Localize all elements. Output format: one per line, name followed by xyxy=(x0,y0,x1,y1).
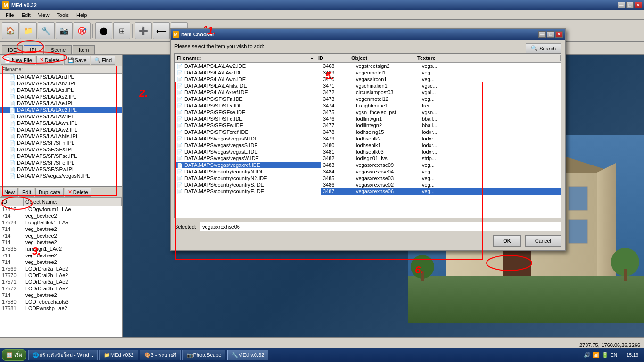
dialog-file-icon: 📄 xyxy=(177,123,182,128)
dialog-file-icon: 📄 xyxy=(177,149,182,155)
taskbar-item-2[interactable]: 🎨 3 - ระบายสี xyxy=(140,350,181,360)
selected-input[interactable] xyxy=(200,222,561,231)
selected-row: Selected: xyxy=(174,222,561,231)
dialog-file-icon: 📄 xyxy=(177,64,182,69)
modal-overlay: M Item Chooser — □ ✕ Please select the i… xyxy=(0,0,644,362)
dialog-file-item[interactable]: 📄DATA\MAPS\country\countryE.IDE xyxy=(175,188,321,195)
dialog-file-icon: 📄 xyxy=(177,70,182,75)
dialog-item-row[interactable]: 3481lodhseblk03lodxr... xyxy=(321,148,561,155)
dialog-file-icon: 📄 xyxy=(177,156,182,161)
taskbar-item-3[interactable]: 📷 PhotoScape xyxy=(182,350,226,360)
dialog-file-item[interactable]: 📄DATA\MAPS\vegas\vegasW.IDE xyxy=(175,155,321,162)
dialog-maximize[interactable]: □ xyxy=(547,31,554,38)
dialog-file-icon: 📄 xyxy=(177,77,182,82)
dialog-item-row[interactable]: 3484vegasxrexhse04veg... xyxy=(321,168,561,175)
dialog-item-row[interactable]: 3486vegasxrexhse02veg... xyxy=(321,181,561,188)
dialog-file-icon: 📄 xyxy=(177,90,182,95)
dialog-file-icon: 📄 xyxy=(177,130,182,135)
sort-arrow: ▲ xyxy=(310,56,314,60)
dialog-list-body: 📄DATA\MAPS\LA\LAw2.IDE📄DATA\MAPS\LA\LAw.… xyxy=(175,63,561,218)
dialog-file-item[interactable]: 📄DATA\MAPS\LA\LAxref.IDE xyxy=(175,89,321,96)
dialog-list-header: Filename: ▲ ID Object Texture xyxy=(175,54,561,63)
taskbar-item-0[interactable]: 🌐 สร้างหัวข้อใหม่ - Wind... xyxy=(28,350,98,360)
dialog-file-icon: 📄 xyxy=(177,143,182,148)
dialog-file-icon: 📄 xyxy=(177,163,182,168)
dialog-item-row[interactable]: 3482lodlsgn01_lvsstrip... xyxy=(321,155,561,162)
dialog-file-icon: 📄 xyxy=(177,97,182,102)
dialog-item-row[interactable]: 3468vegstreetsign2vegs... xyxy=(321,63,561,69)
dialog-prompt: Please select the item you wish to add: xyxy=(174,43,264,49)
col-filename: Filename: ▲ xyxy=(175,55,316,61)
dialog-item-row[interactable]: 3475vgsn_fncelec_pstvgsn... xyxy=(321,109,561,115)
cancel-button[interactable]: Cancel xyxy=(525,235,561,247)
dialog-file-icon: 📄 xyxy=(177,83,182,89)
dialog-item-row[interactable]: 3473vegenmotel12veg... xyxy=(321,96,561,102)
dialog-item-row[interactable]: 3478lodhseing15lodxr... xyxy=(321,129,561,135)
item-chooser-dialog: M Item Chooser — □ ✕ Please select the i… xyxy=(170,28,566,251)
dialog-minimize[interactable]: — xyxy=(538,31,546,38)
dialog-item-row[interactable]: 3483vegasxrexhse09veg... xyxy=(321,162,561,168)
dialog-title-bar: M Item Chooser — □ ✕ xyxy=(171,29,565,40)
dialog-file-icon: 📄 xyxy=(177,182,182,188)
taskbar-item-1[interactable]: 📁 MEd v032 xyxy=(99,350,138,360)
dialog-close[interactable]: ✕ xyxy=(555,31,563,38)
dialog-item-row[interactable]: 3471vgschinalion1vgsc... xyxy=(321,82,561,89)
dialog-item-row[interactable]: 3485vegasxrexhse03veg... xyxy=(321,175,561,181)
ok-button[interactable]: OK xyxy=(493,235,521,247)
dialog-file-item[interactable]: 📄DATA\MAPS\vegas\vegaxref.IDE xyxy=(175,162,321,168)
tray-icon-2: 📶 xyxy=(593,352,600,358)
dialog-item-row[interactable]: 3470vegasaircon1veg... xyxy=(321,76,561,82)
dialog-file-icon: 📄 xyxy=(177,116,182,122)
col-object: Object xyxy=(349,55,415,61)
dialog-file-item[interactable]: 📄DATA\MAPS\country\countryN2.IDE xyxy=(175,175,321,181)
taskbar-time: 15:16 xyxy=(623,353,642,358)
selected-label: Selected: xyxy=(174,224,196,230)
dialog-item-row[interactable]: 3474Freightcrane1frei... xyxy=(321,102,561,109)
dialog-file-icon: 📄 xyxy=(177,136,182,141)
tray-icon-3: 🔋 xyxy=(602,352,609,358)
dialog-file-item[interactable]: 📄DATA\MAPS\vegas\vegasN.IDE xyxy=(175,135,321,142)
dialog-file-item[interactable]: 📄DATA\MAPS\SF\SFxref.IDE xyxy=(175,129,321,135)
start-button[interactable]: 🪟 เริ่ม xyxy=(2,349,26,361)
dialog-file-item[interactable]: 📄DATA\MAPS\SF\SFn.IDE xyxy=(175,96,321,102)
taskbar-language: EN xyxy=(611,353,617,358)
dialog-file-item[interactable]: 📄DATA\MAPS\LA\LAw2.IDE xyxy=(175,63,321,69)
dialog-file-item[interactable]: 📄DATA\MAPS\SF\SFse.IDE xyxy=(175,109,321,115)
dialog-item-row[interactable]: 3472circuslampost03vgnl... xyxy=(321,89,561,96)
col-texture: Texture xyxy=(415,55,561,61)
dialog-title-text: Item Chooser xyxy=(181,32,214,37)
dialog-file-icon: 📄 xyxy=(177,103,182,108)
dialog-item-list[interactable]: 3468vegstreetsign2vegs...3469vegenmotel1… xyxy=(321,63,561,218)
search-button[interactable]: 🔍 Search xyxy=(526,43,561,53)
dialog-file-item[interactable]: 📄DATA\MAPS\vegas\vegasS.IDE xyxy=(175,142,321,148)
dialog-body: Please select the item you wish to add: … xyxy=(171,40,565,250)
tray-icons: 🔊 📶 🔋 xyxy=(584,352,609,358)
dialog-file-item[interactable]: 📄DATA\MAPS\SF\SFe.IDE xyxy=(175,115,321,122)
dialog-file-item[interactable]: 📄DATA\MAPS\SF\SFs.IDE xyxy=(175,102,321,109)
dialog-file-icon: 📄 xyxy=(177,169,182,174)
dialog-file-icon: 📄 xyxy=(177,176,182,181)
taskbar: 🪟 เริ่ม 🌐 สร้างหัวข้อใหม่ - Wind... 📁 ME… xyxy=(0,348,644,362)
dialog-file-item[interactable]: 📄DATA\MAPS\LA\LAwn.IDE xyxy=(175,76,321,82)
dialog-file-icon: 📄 xyxy=(177,110,182,115)
dialog-file-item[interactable]: 📄DATA\MAPS\SF\SFw.IDE xyxy=(175,122,321,129)
dialog-item-row[interactable]: 3479lodhseblk2lodxr... xyxy=(321,135,561,142)
start-icon: 🪟 xyxy=(6,352,13,358)
dialog-file-list[interactable]: 📄DATA\MAPS\LA\LAw2.IDE📄DATA\MAPS\LA\LAw.… xyxy=(175,63,321,218)
search-icon: 🔍 xyxy=(531,45,537,51)
dialog-item-row[interactable]: 3480lodhseblk1lodxr... xyxy=(321,142,561,148)
dialog-item-row[interactable]: 3487vegasxrexhse06veg... xyxy=(321,188,561,195)
dialog-file-item[interactable]: 📄DATA\MAPS\country\countryN.IDE xyxy=(175,168,321,175)
dialog-file-icon: 📄 xyxy=(177,189,182,194)
tray-icon-1: 🔊 xyxy=(584,352,591,358)
col-id: ID xyxy=(316,55,349,61)
dialog-item-row[interactable]: 3469vegenmotel1veg... xyxy=(321,69,561,76)
dialog-file-item[interactable]: 📄DATA\MAPS\LA\LAw.IDE xyxy=(175,69,321,76)
dialog-file-item[interactable]: 📄DATA\MAPS\LA\LAhils.IDE xyxy=(175,82,321,89)
dialog-item-row[interactable]: 3476lodllintvgn1bball... xyxy=(321,115,561,122)
dialog-file-item[interactable]: 📄DATA\MAPS\vegas\vegasE.IDE xyxy=(175,148,321,155)
dialog-buttons: OK Cancel xyxy=(174,235,561,247)
dialog-file-item[interactable]: 📄DATA\MAPS\country\countryS.IDE xyxy=(175,181,321,188)
dialog-item-row[interactable]: 3477lodllintvgn2bball... xyxy=(321,122,561,129)
taskbar-item-4[interactable]: 🔧 MEd v.0.32 xyxy=(227,350,268,360)
